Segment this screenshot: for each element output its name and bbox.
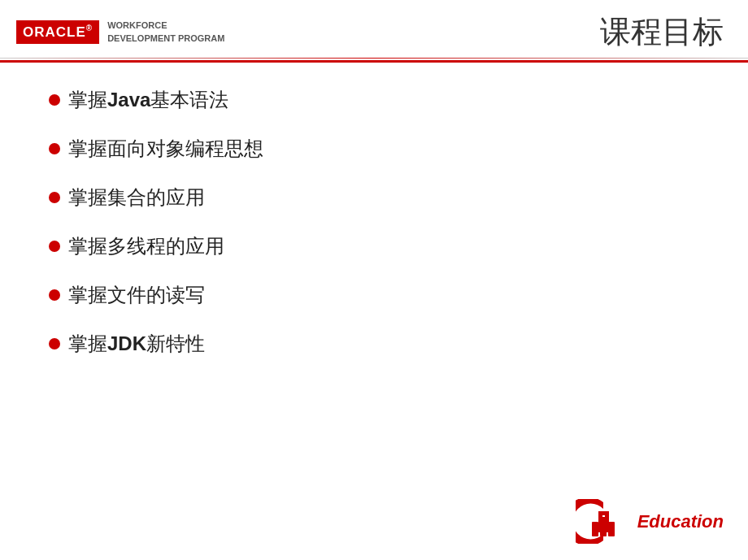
header-divider-thin	[0, 58, 748, 59]
svg-rect-4	[600, 517, 607, 536]
oracle-badge: ORACLE®	[16, 20, 99, 44]
header: ORACLE® WORKFORCE DEVELOPMENT PROGRAM 课程…	[0, 0, 748, 53]
list-item: 掌握面向对象编程思想	[49, 136, 699, 162]
education-label: Education	[637, 511, 724, 532]
footer: Education	[576, 499, 724, 544]
list-item: 掌握集合的应用	[49, 184, 699, 211]
oracle-registered: ®	[86, 24, 93, 33]
bullet-text: 掌握Java基本语法	[68, 87, 228, 113]
bullet-dot	[49, 192, 60, 203]
content-area: 掌握Java基本语法 掌握面向对象编程思想 掌握集合的应用 掌握多线程的应用 掌…	[0, 63, 748, 396]
bullet-text: 掌握文件的读写	[68, 282, 205, 308]
svg-rect-3	[592, 522, 598, 536]
bullet-dot	[49, 94, 60, 106]
svg-rect-2	[598, 511, 609, 515]
bullet-dot	[49, 241, 60, 252]
page-title: 课程目标	[600, 11, 724, 53]
list-item: 掌握文件的读写	[49, 282, 699, 308]
oracle-text: ORACLE	[23, 24, 86, 40]
oracle-subtitle-line2: DEVELOPMENT PROGRAM	[107, 33, 224, 45]
oracle-subtitle: WORKFORCE DEVELOPMENT PROGRAM	[107, 20, 224, 45]
svg-rect-5	[608, 522, 615, 536]
bullet-dot	[49, 338, 60, 349]
list-item: 掌握多线程的应用	[49, 233, 699, 259]
bullet-text: 掌握面向对象编程思想	[68, 136, 263, 162]
oracle-logo: ORACLE® WORKFORCE DEVELOPMENT PROGRAM	[16, 20, 224, 45]
bullet-dot	[49, 143, 60, 154]
bullet-text: 掌握JDK新特性	[68, 331, 205, 357]
cm-logo	[576, 499, 631, 544]
bullet-text: 掌握集合的应用	[68, 184, 205, 211]
list-item: 掌握JDK新特性	[49, 331, 699, 357]
oracle-subtitle-line1: WORKFORCE	[107, 20, 224, 32]
bullet-dot	[49, 289, 60, 301]
bullet-text: 掌握多线程的应用	[68, 233, 224, 259]
list-item: 掌握Java基本语法	[49, 87, 699, 113]
